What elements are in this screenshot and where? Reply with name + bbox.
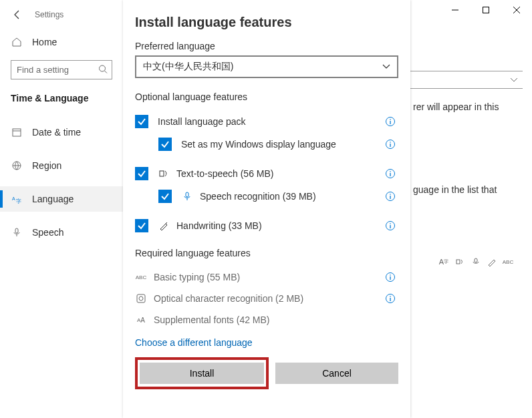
checkbox-tts[interactable] (135, 167, 148, 180)
svg-rect-13 (475, 258, 477, 262)
handwriting-icon (158, 220, 170, 232)
svg-point-35 (139, 296, 143, 300)
info-icon[interactable] (385, 272, 396, 282)
microphone-icon (11, 226, 23, 238)
svg-rect-34 (137, 294, 145, 302)
abc-icon: ABC (503, 256, 513, 267)
info-icon[interactable] (385, 168, 396, 179)
nav-speech[interactable]: Speech (0, 220, 123, 245)
calendar-clock-icon (11, 126, 23, 138)
keyboard-icon: ABC (135, 271, 147, 283)
feature-tts: Text-to-speech (56 MB) (135, 162, 410, 185)
choose-different-language-link[interactable]: Choose a different language (135, 331, 410, 357)
checkbox-handwriting[interactable] (135, 219, 148, 232)
tts-icon (158, 168, 170, 180)
required-ocr: Optical character recognition (2 MB) (135, 288, 410, 309)
feature-install-pack: Install language pack (135, 110, 410, 133)
svg-rect-12 (456, 260, 460, 264)
nav-date-time[interactable]: Date & time (0, 120, 123, 145)
selected-language: 中文(中华人民共和国) (143, 61, 233, 73)
info-icon[interactable] (385, 191, 396, 202)
search-input[interactable]: Find a setting (11, 60, 112, 79)
settings-sidebar: Settings Home Find a setting Time & Lang… (0, 0, 123, 418)
install-button[interactable]: Install (140, 363, 264, 384)
cancel-button[interactable]: Cancel (275, 363, 398, 384)
info-icon[interactable] (385, 116, 396, 127)
svg-point-22 (390, 171, 391, 172)
svg-rect-24 (186, 192, 188, 197)
svg-text:A: A (12, 196, 15, 201)
chevron-down-icon (382, 64, 390, 69)
info-icon[interactable] (385, 220, 396, 231)
svg-rect-9 (483, 7, 489, 13)
nav-item-label: Speech (32, 227, 63, 238)
nav-region[interactable]: Region (0, 153, 123, 178)
svg-rect-20 (160, 171, 164, 176)
close-button[interactable] (501, 0, 532, 20)
svg-line-1 (105, 71, 108, 73)
back-arrow-icon (12, 9, 23, 20)
svg-point-15 (390, 119, 391, 120)
feature-set-display: Set as my Windows display language (135, 133, 410, 156)
bg-text-1: rer will appear in this (413, 101, 499, 112)
info-icon[interactable] (385, 293, 396, 304)
globe-icon (11, 160, 23, 172)
microphone-icon (181, 190, 193, 202)
ocr-icon (135, 292, 147, 304)
optional-features-label: Optional language features (135, 91, 410, 102)
tts-icon (454, 256, 465, 267)
overflow-dropdown-edge[interactable] (410, 71, 523, 89)
search-placeholder: Find a setting (17, 65, 69, 75)
mic-icon (471, 256, 481, 267)
svg-point-29 (390, 223, 391, 224)
bg-text-2: guage in the list that (413, 184, 497, 195)
maximize-button[interactable] (471, 0, 501, 20)
feature-label: Supplemental fonts (42 MB) (154, 315, 410, 325)
chevron-down-icon (511, 78, 517, 82)
language-icon: A字 (11, 193, 23, 205)
svg-rect-2 (13, 129, 21, 136)
svg-point-0 (100, 65, 106, 71)
nav-item-label: Language (32, 194, 74, 204)
language-dropdown[interactable]: 中文(中华人民共和国) (135, 55, 398, 78)
feature-label: Text-to-speech (56 MB) (176, 168, 385, 179)
preferred-language-label: Preferred language (135, 41, 410, 51)
required-basic-typing: ABC Basic typing (55 MB) (135, 266, 410, 288)
nav-home[interactable]: Home (0, 29, 123, 55)
feature-label: Install language pack (158, 116, 385, 127)
settings-title: Settings (35, 10, 63, 19)
feature-label: Set as my Windows display language (181, 139, 385, 150)
nav-language[interactable]: A字 Language (0, 186, 123, 212)
minimize-button[interactable] (440, 0, 471, 20)
nav-item-label: Region (32, 160, 61, 171)
search-icon (98, 64, 108, 75)
nav-item-label: Date & time (32, 127, 81, 138)
feature-label: Speech recognition (39 MB) (200, 191, 385, 202)
checkbox-set-display[interactable] (158, 138, 172, 151)
required-fonts: AA Supplemental fonts (42 MB) (135, 309, 410, 331)
feature-icons-row: A字 ABC (438, 256, 513, 267)
feature-speech-rec: Speech recognition (39 MB) (135, 185, 410, 208)
feature-label: Handwriting (33 MB) (176, 220, 385, 231)
info-icon[interactable] (385, 139, 396, 150)
svg-rect-7 (15, 228, 18, 233)
feature-label: Optical character recognition (2 MB) (154, 293, 385, 304)
feature-handwriting: Handwriting (33 MB) (135, 214, 410, 237)
checkbox-speech-rec[interactable] (158, 190, 172, 203)
checkbox-install-pack[interactable] (135, 115, 148, 128)
font-icon: AA (135, 314, 147, 326)
required-features-label: Required language features (135, 248, 410, 258)
svg-point-37 (390, 296, 391, 297)
install-language-dialog: Install language features Preferred lang… (123, 0, 410, 418)
back-button[interactable] (11, 8, 24, 21)
home-icon (11, 36, 23, 48)
category-title: Time & Language (0, 87, 123, 112)
svg-point-26 (390, 194, 391, 195)
install-button-highlight: Install (135, 357, 269, 389)
svg-point-32 (390, 274, 391, 276)
display-icon: A字 (438, 256, 449, 267)
nav-home-label: Home (32, 37, 57, 47)
background-content: rer will appear in this guage in the lis… (410, 0, 532, 418)
pen-icon (487, 256, 497, 267)
dialog-title: Install language features (135, 15, 410, 30)
